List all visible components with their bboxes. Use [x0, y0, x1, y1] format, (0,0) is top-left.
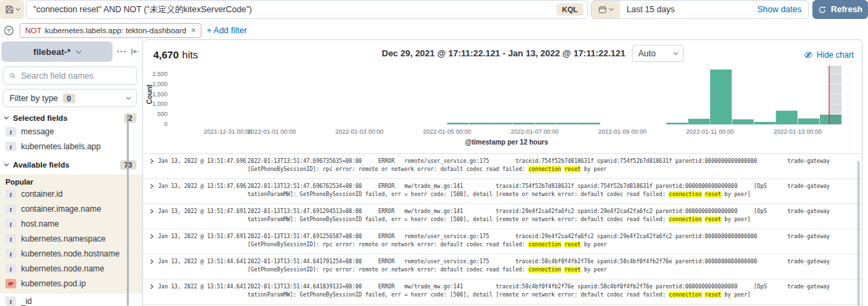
expand-row-button[interactable]	[143, 183, 158, 204]
refresh-button[interactable]: Refresh	[812, 0, 868, 19]
table-row[interactable]: Jan 13, 2022 @ 13:51:44.6412022-01-13T13…	[143, 254, 862, 280]
query-input[interactable]: "connection reset" AND NOT ("未定义的kitexSe…	[33, 4, 557, 16]
refresh-icon	[818, 5, 827, 14]
field-search-input[interactable]	[21, 71, 130, 81]
index-pattern-label: filebeat-*	[33, 47, 71, 57]
row-app-label: trade-gateway	[778, 208, 862, 229]
histogram-bar	[776, 111, 797, 124]
histogram-bar	[557, 123, 578, 124]
row-message: 2022-01-13T13:51:47.696735635+08:00 ERRO…	[248, 157, 778, 178]
chevron-down-icon	[4, 161, 9, 166]
filter-pill[interactable]: NOT kubernetes.labels.app: tekton-dashbo…	[20, 23, 201, 38]
index-options-button[interactable]	[117, 47, 126, 56]
svg-text:2021-12-31 00:00: 2021-12-31 00:00	[203, 128, 252, 135]
svg-text:1,500: 1,500	[152, 91, 167, 98]
table-row[interactable]: Jan 13, 2022 @ 13:51:44.6412022-01-13T13…	[143, 280, 862, 305]
field-item[interactable]: IPkubernetes.pod.ip	[0, 276, 142, 291]
row-message: 2022-01-13T13:51:47.691294513+08:00 ERRO…	[248, 208, 778, 229]
table-row[interactable]: Jan 13, 2022 @ 13:51:47.6912022-01-13T13…	[143, 204, 862, 229]
remove-filter-icon[interactable]: ×	[191, 26, 196, 35]
row-message: 2022-01-13T13:51:47.696762534+08:00 ERRO…	[248, 183, 778, 204]
histogram-bar	[688, 119, 709, 124]
chevron-right-icon	[148, 209, 153, 214]
ellipsis-icon	[117, 47, 126, 56]
expand-row-button[interactable]	[143, 208, 158, 229]
chevron-down-icon	[609, 6, 614, 11]
histogram-bar	[754, 122, 775, 124]
field-type-icon: t	[5, 142, 16, 151]
field-item[interactable]: t_id	[0, 294, 142, 306]
row-timestamp: Jan 13, 2022 @ 13:51:47.691	[158, 233, 248, 254]
chevron-right-icon	[148, 234, 153, 239]
collapse-sidebar-button[interactable]	[130, 47, 140, 56]
row-message: 2022-01-13T13:51:47.691256587+08:00 ERRO…	[248, 233, 778, 254]
field-search-box	[3, 66, 137, 85]
selected-fields-header[interactable]: Selected fields 2	[5, 113, 136, 123]
row-timestamp: Jan 13, 2022 @ 13:51:44.641	[158, 258, 248, 279]
filter-menu-icon[interactable]	[3, 25, 14, 36]
query-bar[interactable]: "connection reset" AND NOT ("未定义的kitexSe…	[26, 0, 588, 19]
index-pattern-select[interactable]: filebeat-*	[1, 41, 113, 62]
popular-fields-list: tcontainer.idtcontainer.image.namethost.…	[0, 187, 142, 291]
filter-pill-label: kubernetes.labels.app: tekton-dashboard	[45, 26, 186, 35]
field-type-icon: t	[5, 219, 16, 229]
field-item[interactable]: tcontainer.image.name	[0, 202, 142, 216]
query-language-badge[interactable]: KQL	[557, 3, 583, 16]
time-range-label[interactable]: Last 15 days	[627, 5, 675, 14]
table-scrollbar[interactable]	[857, 161, 860, 306]
partial-bucket-overlay	[829, 66, 842, 124]
kibana-discover-page: "connection reset" AND NOT ("未定义的kitexSe…	[0, 0, 868, 306]
filter-by-type-label: Filter by type	[9, 94, 58, 103]
x-axis-label: @timestamp per 12 hours	[465, 138, 549, 146]
svg-text:500: 500	[157, 111, 167, 117]
hide-chart-button[interactable]: Hide chart	[804, 50, 854, 60]
filter-by-type-count: 0	[63, 94, 75, 103]
histogram-chart[interactable]: 05001,0001,5002,0002,500Count2021-12-31 …	[143, 64, 862, 150]
field-item[interactable]: tcontainer.id	[0, 187, 142, 202]
histogram-bar	[469, 123, 490, 124]
expand-row-button[interactable]	[143, 233, 158, 254]
available-fields-header[interactable]: Available fields 73	[5, 160, 136, 170]
row-timestamp: Jan 13, 2022 @ 13:51:44.641	[158, 283, 248, 304]
collapse-left-icon	[130, 47, 140, 56]
hide-chart-label: Hide chart	[816, 50, 854, 60]
saved-query-menu-button[interactable]	[0, 0, 24, 19]
sidebar-scrollbar[interactable]	[127, 114, 129, 306]
svg-text:2022-01-01 00:00: 2022-01-01 00:00	[248, 128, 296, 135]
svg-text:2,500: 2,500	[152, 71, 167, 77]
chevron-down-icon	[4, 115, 9, 119]
chevron-right-icon	[148, 184, 153, 189]
field-name: container.image.name	[21, 204, 101, 214]
y-axis-label: Count	[146, 84, 153, 104]
field-item[interactable]: tkubernetes.namespace	[0, 231, 142, 246]
field-item[interactable]: thost.name	[0, 216, 142, 231]
expand-row-button[interactable]	[143, 157, 158, 178]
hits-count: 4,670	[153, 49, 179, 60]
fields-sidebar: filebeat-* Filter by type 0	[0, 39, 142, 306]
field-item[interactable]: tkubernetes.node.name	[0, 261, 142, 276]
index-pattern-row: filebeat-*	[0, 41, 142, 62]
field-name: container.id	[21, 189, 62, 199]
field-item[interactable]: tkubernetes.node.hostname	[0, 246, 142, 261]
available-fields-title: Available fields	[13, 161, 69, 169]
field-item[interactable]: tmessage	[0, 124, 142, 139]
add-filter-button[interactable]: + Add filter	[207, 26, 247, 35]
quick-select-time-button[interactable]	[591, 1, 620, 18]
interval-select[interactable]: Auto	[632, 45, 684, 62]
field-item[interactable]: tkubernetes.labels.app	[0, 139, 142, 154]
expand-row-button[interactable]	[143, 258, 158, 279]
histogram-bar	[711, 70, 732, 124]
chart-header-center: Dec 29, 2021 @ 17:11:22.121 - Jan 13, 20…	[382, 45, 684, 62]
table-row[interactable]: Jan 13, 2022 @ 13:51:47.6962022-01-13T13…	[143, 179, 862, 204]
row-app-label: trade-gateway	[778, 233, 862, 254]
filter-by-type-button[interactable]: Filter by type 0	[3, 89, 137, 107]
histogram-bar	[732, 119, 753, 124]
field-name: _id	[21, 297, 32, 306]
results-header: 4,670 hits Dec 29, 2021 @ 17:11:22.121 -…	[143, 40, 862, 64]
svg-text:1,000: 1,000	[152, 100, 167, 107]
expand-row-button[interactable]	[143, 283, 158, 304]
row-message: 2022-01-13T13:51:44.641791254+08:00 ERRO…	[248, 258, 778, 279]
table-row[interactable]: Jan 13, 2022 @ 13:51:47.6912022-01-13T13…	[143, 229, 862, 254]
show-dates-button[interactable]: Show dates	[757, 5, 802, 14]
table-row[interactable]: Jan 13, 2022 @ 13:51:47.6962022-01-13T13…	[143, 154, 862, 179]
